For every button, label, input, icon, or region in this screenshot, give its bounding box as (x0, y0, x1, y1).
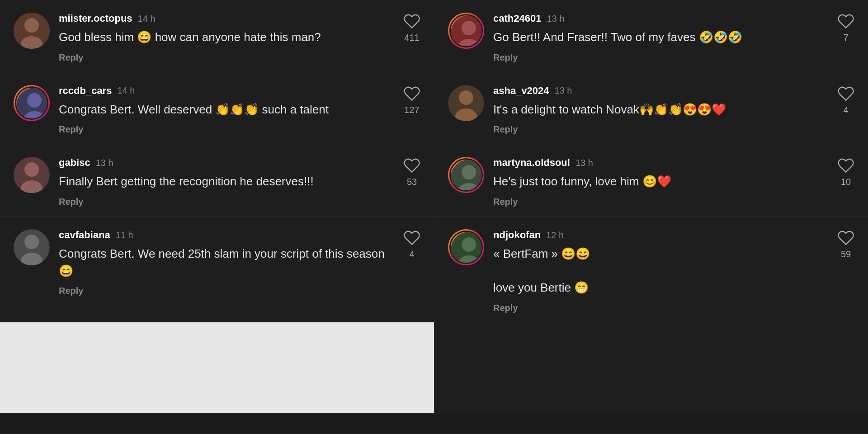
like-section: 10 (837, 157, 854, 187)
bottom-left-area (0, 322, 434, 413)
like-section: 4 (403, 229, 420, 259)
like-count: 53 (407, 177, 417, 187)
username: martyna.oldsoul (493, 157, 570, 169)
comment-text: Congrats Bert. Well deserved 👏👏👏 such a … (59, 101, 394, 118)
username: cath24601 (493, 13, 541, 24)
like-section: 127 (403, 85, 420, 115)
comment-text: Congrats Bert. We need 25th slam in your… (59, 245, 394, 279)
like-section: 7 (837, 13, 854, 43)
reply-button[interactable]: Reply (59, 286, 83, 296)
timestamp: 13 h (547, 14, 564, 24)
avatar (14, 85, 50, 121)
svg-point-14 (24, 162, 39, 177)
avatar (14, 157, 50, 193)
comment-content: ndjokofan 12 h « BertFam » 😄😄 love you B… (493, 229, 828, 313)
comment-header: martyna.oldsoul 13 h (493, 157, 828, 169)
comment-header: rccdb_cars 14 h (59, 85, 394, 97)
comment-item: asha_v2024 13 h It's a delight to watch … (434, 72, 868, 145)
comment-header: gabisc 13 h (59, 157, 394, 169)
comment-content: miister.octopus 14 h God bless him 😄 how… (59, 13, 394, 63)
avatar (448, 229, 484, 265)
timestamp: 13 h (96, 158, 113, 168)
reply-button[interactable]: Reply (493, 197, 518, 207)
comment-item: miister.octopus 14 h God bless him 😄 how… (0, 0, 434, 72)
like-count: 10 (841, 177, 851, 187)
comment-content: cath24601 13 h Go Bert!! And Fraser!! Tw… (493, 13, 828, 63)
svg-point-5 (462, 21, 476, 35)
comment-text: He's just too funny, love him 😊❤️ (493, 173, 828, 190)
username: ndjokofan (493, 229, 541, 241)
heart-icon[interactable] (837, 85, 854, 102)
comment-content: cavfabiana 11 h Congrats Bert. We need 2… (59, 229, 394, 296)
comment-header: cavfabiana 11 h (59, 229, 394, 241)
comment-item: cavfabiana 11 h Congrats Bert. We need 2… (0, 217, 434, 322)
comment-content: martyna.oldsoul 13 h He's just too funny… (493, 157, 828, 207)
timestamp: 13 h (555, 85, 572, 96)
timestamp: 13 h (576, 158, 593, 168)
avatar (14, 229, 50, 265)
like-section: 59 (837, 229, 854, 259)
timestamp: 14 h (117, 85, 135, 96)
heart-icon[interactable] (403, 229, 420, 246)
comment-text: Go Bert!! And Fraser!! Two of my faves 🤣… (493, 29, 828, 46)
comment-header: asha_v2024 13 h (493, 85, 828, 97)
heart-icon[interactable] (403, 157, 420, 174)
username: cavfabiana (59, 229, 110, 241)
like-count: 4 (409, 249, 414, 259)
bottom-section (0, 322, 868, 413)
comment-header: ndjokofan 12 h (493, 229, 828, 241)
timestamp: 11 h (116, 230, 133, 241)
timestamp: 14 h (138, 14, 156, 24)
reply-button[interactable]: Reply (59, 197, 83, 207)
avatar (448, 157, 484, 193)
username: rccdb_cars (59, 85, 112, 97)
username: gabisc (59, 157, 90, 169)
comment-item: rccdb_cars 14 h Congrats Bert. Well dese… (0, 72, 434, 145)
svg-point-23 (462, 237, 476, 252)
svg-point-1 (24, 18, 39, 33)
svg-point-17 (462, 165, 476, 179)
bottom-right-area (434, 322, 868, 413)
comment-item: ndjokofan 12 h « BertFam » 😄😄 love you B… (434, 217, 868, 322)
heart-icon[interactable] (403, 85, 420, 102)
timestamp: 12 h (546, 230, 564, 241)
heart-icon[interactable] (837, 157, 854, 174)
like-count: 127 (404, 105, 419, 115)
comment-item: cath24601 13 h Go Bert!! And Fraser!! Tw… (434, 0, 868, 72)
comment-header: miister.octopus 14 h (59, 13, 394, 24)
svg-point-20 (24, 235, 39, 249)
username: asha_v2024 (493, 85, 549, 97)
like-count: 7 (843, 33, 848, 43)
comment-header: cath24601 13 h (493, 13, 828, 24)
reply-button[interactable]: Reply (493, 303, 518, 313)
username: miister.octopus (59, 13, 132, 24)
reply-button[interactable]: Reply (493, 52, 518, 62)
avatar (448, 85, 484, 121)
reply-button[interactable]: Reply (59, 124, 83, 134)
comment-content: gabisc 13 h Finally Bert getting the rec… (59, 157, 394, 207)
like-count: 4 (843, 105, 848, 115)
comment-content: asha_v2024 13 h It's a delight to watch … (493, 85, 828, 135)
like-section: 411 (403, 13, 420, 43)
like-section: 4 (837, 85, 854, 115)
heart-icon[interactable] (837, 229, 854, 246)
comment-content: rccdb_cars 14 h Congrats Bert. Well dese… (59, 85, 394, 135)
svg-point-8 (27, 93, 42, 108)
comment-text: Finally Bert getting the recognition he … (59, 173, 394, 190)
heart-icon[interactable] (403, 13, 420, 30)
like-count: 411 (404, 33, 419, 43)
comment-text: God bless him 😄 how can anyone hate this… (59, 29, 394, 46)
comment-text: « BertFam » 😄😄 love you Bertie 😁 (493, 245, 828, 297)
reply-button[interactable]: Reply (493, 124, 518, 134)
like-section: 53 (403, 157, 420, 187)
heart-icon[interactable] (837, 13, 854, 30)
comment-item: martyna.oldsoul 13 h He's just too funny… (434, 144, 868, 217)
reply-button[interactable]: Reply (59, 52, 83, 62)
svg-point-11 (459, 90, 473, 105)
like-count: 59 (841, 249, 851, 259)
comments-section: miister.octopus 14 h God bless him 😄 how… (0, 0, 868, 322)
avatar (14, 13, 50, 49)
comment-item: gabisc 13 h Finally Bert getting the rec… (0, 144, 434, 217)
avatar (448, 13, 484, 49)
comment-text: It's a delight to watch Novak🙌👏👏😍😍❤️ (493, 101, 828, 118)
